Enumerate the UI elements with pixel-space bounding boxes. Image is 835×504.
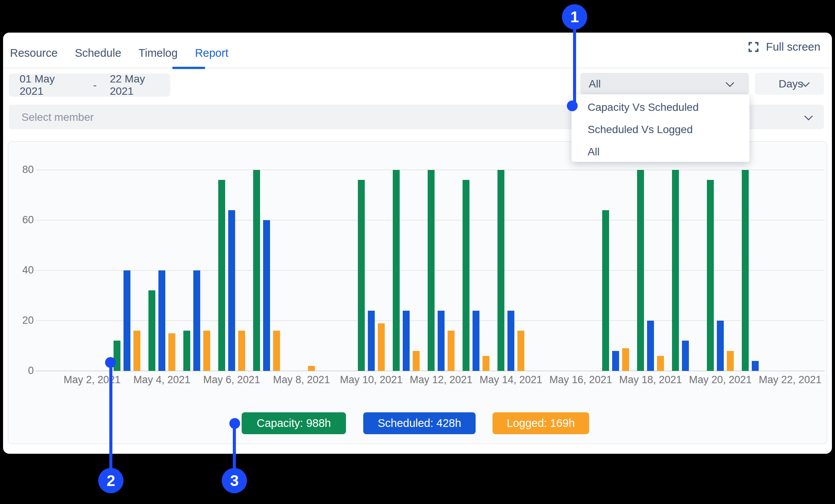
menu-item-capacity-vs-scheduled[interactable]: Capacity Vs Scheduled bbox=[588, 101, 699, 114]
menu-item-all[interactable]: All bbox=[588, 146, 599, 158]
bar-scheduled bbox=[752, 361, 759, 371]
bar-logged bbox=[203, 331, 210, 371]
bar-logged bbox=[657, 356, 664, 371]
y-tick-label: 80 bbox=[11, 164, 34, 176]
x-tick-label: May 22, 2021 bbox=[748, 374, 832, 386]
bar-scheduled bbox=[682, 341, 689, 371]
bar-scheduled bbox=[507, 311, 514, 371]
bar-capacity bbox=[672, 170, 679, 371]
legend-logged-button[interactable]: Logged: 169h bbox=[492, 412, 589, 434]
bar-logged bbox=[483, 356, 489, 371]
bar-logged bbox=[133, 331, 140, 371]
menu-item-scheduled-vs-logged[interactable]: Scheduled Vs Logged bbox=[588, 124, 693, 136]
bar-logged bbox=[273, 331, 280, 371]
bar-logged bbox=[517, 331, 524, 371]
bar-logged bbox=[308, 366, 315, 371]
annotation-marker-2: 2 bbox=[98, 468, 124, 493]
annotation-2-stem bbox=[109, 362, 112, 481]
bar-logged bbox=[413, 351, 420, 371]
bar-capacity bbox=[637, 170, 644, 371]
bar-capacity bbox=[218, 180, 225, 371]
bar-scheduled bbox=[368, 311, 375, 371]
y-tick-label: 60 bbox=[11, 214, 34, 226]
bar-scheduled bbox=[647, 321, 654, 371]
bar-capacity bbox=[183, 331, 190, 371]
bar-capacity bbox=[358, 180, 365, 371]
bar-scheduled bbox=[473, 311, 479, 371]
bar-logged bbox=[238, 331, 245, 371]
y-tick-label: 0 bbox=[11, 365, 34, 377]
bar-logged bbox=[378, 323, 385, 371]
bar-capacity bbox=[742, 170, 749, 371]
bar-capacity bbox=[707, 180, 714, 371]
bar-scheduled bbox=[403, 311, 410, 371]
bar-scheduled bbox=[193, 270, 200, 371]
legend-capacity-button[interactable]: Capacity: 988h bbox=[242, 412, 346, 434]
bar-capacity bbox=[428, 170, 435, 371]
metric-dropdown-menu: Capacity Vs Scheduled Scheduled Vs Logge… bbox=[571, 94, 749, 162]
bar-logged bbox=[727, 351, 734, 371]
annotation-1-dot bbox=[567, 100, 578, 111]
annotation-marker-3: 3 bbox=[222, 468, 247, 493]
bar-logged bbox=[168, 333, 175, 371]
bar-capacity bbox=[253, 170, 260, 371]
bar-capacity bbox=[497, 170, 504, 371]
bar-scheduled bbox=[612, 351, 619, 371]
bar-capacity bbox=[393, 170, 400, 371]
bar-capacity bbox=[114, 341, 120, 371]
annotation-1-stem bbox=[573, 29, 576, 106]
bar-capacity bbox=[148, 290, 155, 371]
bar-scheduled bbox=[228, 210, 235, 371]
bar-scheduled bbox=[263, 220, 270, 371]
app-screenshot: Resource Schedule Timelog Report Full sc… bbox=[0, 0, 835, 504]
annotation-marker-1: 1 bbox=[562, 4, 587, 30]
bar-scheduled bbox=[717, 321, 724, 371]
annotation-3-dot bbox=[229, 418, 240, 429]
bar-capacity bbox=[463, 180, 469, 371]
y-tick-label: 20 bbox=[11, 315, 34, 326]
y-tick-label: 40 bbox=[11, 264, 34, 276]
bar-capacity bbox=[602, 210, 609, 371]
legend-scheduled-button[interactable]: Scheduled: 428h bbox=[363, 412, 476, 434]
annotation-2-dot bbox=[105, 357, 116, 368]
bar-logged bbox=[448, 331, 455, 371]
bar-scheduled bbox=[158, 270, 165, 371]
bar-scheduled bbox=[124, 270, 130, 371]
bar-logged bbox=[622, 348, 629, 371]
bar-scheduled bbox=[438, 311, 445, 371]
